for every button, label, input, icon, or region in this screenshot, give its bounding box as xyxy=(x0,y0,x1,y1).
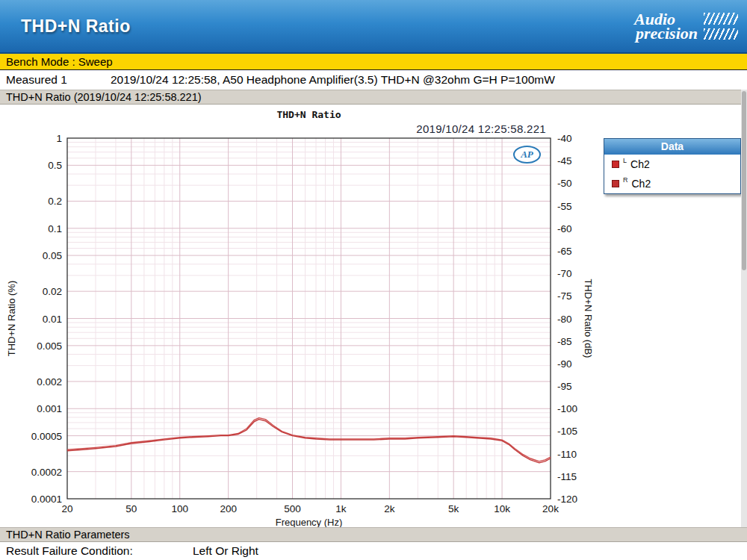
y-tick-label-left: 0.002 xyxy=(37,376,62,388)
brand-line2: precision xyxy=(634,26,698,40)
x-tick-label: 100 xyxy=(171,503,188,514)
x-tick-label: 20k xyxy=(542,503,559,514)
parameters-header-bar: THD+N Ratio Parameters xyxy=(0,527,747,542)
y-tick-label-right: -105 xyxy=(557,426,577,437)
measured-value: 2019/10/24 12:25:58, A50 Headphone Ampli… xyxy=(111,73,555,87)
y-tick-label-right: -50 xyxy=(557,178,572,189)
x-axis-label: Frequency (Hz) xyxy=(276,517,343,527)
y-tick-label-right: -70 xyxy=(557,268,572,279)
bench-mode-bar: Bench Mode : Sweep xyxy=(0,54,747,70)
result-header-text: THD+N Ratio (2019/10/24 12:25:58.221) xyxy=(6,91,202,103)
legend-header: Data xyxy=(604,139,740,155)
x-tick-label: 5k xyxy=(448,503,459,514)
x-tick-label: 200 xyxy=(220,503,237,514)
y-tick-label-left: 0.0002 xyxy=(31,467,62,478)
y-tick-label-right: -110 xyxy=(557,449,577,460)
x-tick-label: 50 xyxy=(125,503,137,514)
legend-swatch xyxy=(612,180,619,187)
y-tick-label-left: 0.2 xyxy=(48,196,62,207)
x-tick-label: 1k xyxy=(335,503,347,514)
audio-precision-logo: Audio precision xyxy=(634,12,738,41)
result-header-bar: THD+N Ratio (2019/10/24 12:25:58.221) xyxy=(0,90,747,105)
legend-body: LCh2RCh2 xyxy=(604,155,740,193)
y-tick-label-left: 0.005 xyxy=(37,340,62,352)
legend: Data LCh2RCh2 xyxy=(604,138,741,194)
y-tick-label-right: -115 xyxy=(557,471,577,482)
y-tick-label-right: -60 xyxy=(557,223,572,234)
legend-swatch xyxy=(612,161,619,168)
x-tick-label: 2k xyxy=(384,503,395,514)
y-tick-label-left: 1 xyxy=(56,133,62,144)
y-tick-label-right: -65 xyxy=(557,246,572,257)
y-tick-label-right: -120 xyxy=(557,494,577,505)
y-tick-label-left: 0.0005 xyxy=(31,431,62,442)
legend-entry-label: Ch2 xyxy=(632,178,651,190)
y-tick-label-right: -100 xyxy=(557,403,577,414)
y-tick-label-left: 0.0001 xyxy=(31,494,62,505)
channel-superscript: L xyxy=(623,157,627,164)
y-tick-label-left: 0.02 xyxy=(43,286,62,297)
chart-timestamp: 2019/10/24 12:25:58.221 xyxy=(416,122,546,135)
title-bar: THD+N Ratio Audio precision xyxy=(0,0,747,54)
x-tick-label: 10k xyxy=(494,503,510,514)
y-tick-label-right: -80 xyxy=(557,314,572,325)
chart-title: THD+N Ratio xyxy=(276,109,341,120)
y-tick-label-right: -90 xyxy=(557,358,572,370)
failure-condition-row: Result Failure Condition: Left Or Right xyxy=(0,542,747,560)
y-tick-label-right: -75 xyxy=(557,290,572,302)
brand-wordmark: Audio precision xyxy=(634,12,698,41)
y-tick-label-left: 0.01 xyxy=(43,314,62,325)
series-line xyxy=(67,420,551,463)
y-axis-label-right: THD+N Ratio (dB) xyxy=(583,279,594,358)
chart-region: 20501002005001k2k5k10k20k10.50.20.10.050… xyxy=(0,105,747,527)
page-title: THD+N Ratio xyxy=(21,16,131,37)
y-tick-label-left: 0.5 xyxy=(48,160,62,171)
failure-condition-label: Result Failure Condition: xyxy=(6,544,193,558)
y-tick-label-left: 0.1 xyxy=(48,223,62,234)
y-tick-label-right: -40 xyxy=(557,133,572,144)
parameters-header-text: THD+N Ratio Parameters xyxy=(6,529,130,541)
bench-mode-text: Bench Mode : Sweep xyxy=(6,55,113,68)
channel-superscript: R xyxy=(623,176,628,184)
ap-logo-badge: AP xyxy=(513,146,541,164)
y-tick-label-right: -85 xyxy=(557,336,572,347)
stripe-block xyxy=(704,28,738,40)
scrollbar-thumb[interactable] xyxy=(742,91,746,270)
x-tick-label: 500 xyxy=(284,503,301,514)
stripe-block xyxy=(704,13,738,25)
y-axis-label-left: THD+N Ratio (%) xyxy=(6,281,17,357)
y-tick-label-right: -95 xyxy=(557,381,572,392)
brand-stripes-icon xyxy=(704,13,738,40)
measured-label: Measured 1 xyxy=(6,73,111,87)
y-tick-label-right: -45 xyxy=(557,155,572,167)
legend-entry[interactable]: LCh2 xyxy=(604,155,740,174)
measured-row[interactable]: Measured 1 2019/10/24 12:25:58, A50 Head… xyxy=(0,70,747,90)
legend-entry-label: Ch2 xyxy=(630,158,650,170)
x-tick-label: 20 xyxy=(61,503,72,514)
failure-condition-value: Left Or Right xyxy=(193,544,258,558)
y-tick-label-left: 0.001 xyxy=(37,403,62,414)
y-tick-label-left: 0.05 xyxy=(43,250,62,261)
y-tick-label-right: -55 xyxy=(557,201,572,212)
legend-entry[interactable]: RCh2 xyxy=(604,174,740,193)
vertical-scrollbar[interactable] xyxy=(741,90,747,527)
app-window: THD+N Ratio Audio precision Bench Mode :… xyxy=(0,0,747,560)
series-line xyxy=(67,418,551,461)
